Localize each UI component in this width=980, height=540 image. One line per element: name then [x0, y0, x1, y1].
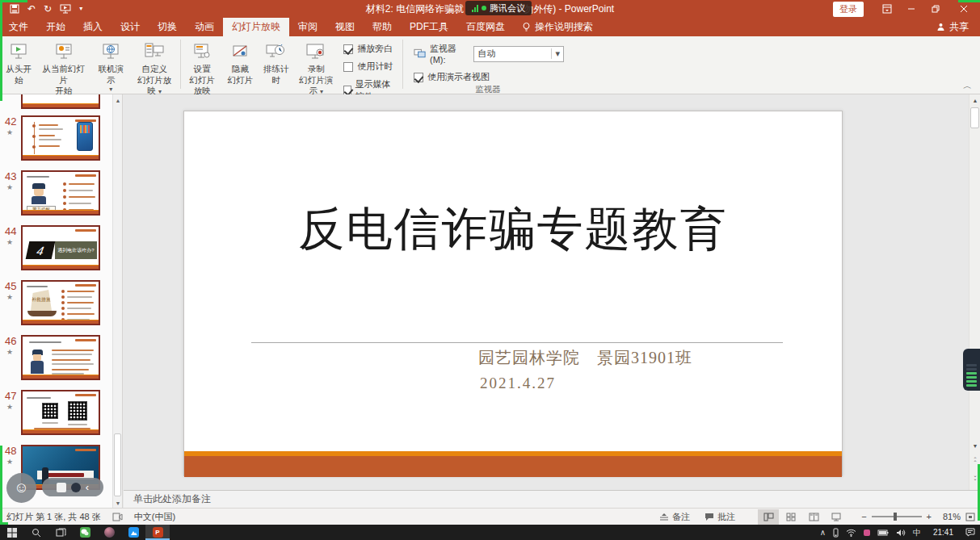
ime-indicator[interactable]: 中	[913, 527, 921, 538]
restore-button[interactable]	[923, 0, 948, 18]
docked-meeting-widget[interactable]	[963, 349, 980, 391]
language-indicator[interactable]: 中文(中国)	[134, 511, 175, 523]
collapse-ribbon-icon[interactable]: ︿	[963, 80, 972, 92]
from-beginning-button[interactable]: 从头开始	[0, 38, 37, 86]
start-slideshow-icon[interactable]	[60, 4, 71, 14]
slide-number: 43	[5, 170, 16, 182]
qat-more-icon[interactable]: ▾	[79, 6, 82, 12]
minimize-button[interactable]	[899, 0, 923, 18]
slide-date[interactable]: 2021.4.27	[480, 375, 556, 392]
smiley-icon: ☺	[14, 479, 28, 496]
save-icon[interactable]	[10, 4, 19, 14]
screen-globe-icon	[101, 40, 120, 64]
banner-text-blob	[47, 473, 84, 477]
powerpoint-app-icon[interactable]: P	[145, 525, 170, 540]
ribbon-display-options-icon[interactable]	[875, 0, 899, 18]
zoom-slider-thumb[interactable]	[894, 513, 897, 521]
notes-toggle-button[interactable]: 备注	[656, 511, 693, 523]
rehearse-timings-button[interactable]: 排练计时	[258, 38, 293, 86]
screen-list-icon	[144, 40, 165, 64]
search-icon[interactable]	[24, 525, 48, 540]
tab-pdf-tools[interactable]: PDF工具	[401, 18, 457, 36]
slideshow-options: 播放旁白 使用计时 显示媒体控件	[339, 38, 402, 103]
custom-slideshow-button[interactable]: 自定义 幻灯片放映 ▾	[129, 38, 179, 97]
presenter-view-checkbox[interactable]: 使用演示者视图	[414, 71, 564, 83]
floating-toolbar[interactable]: ‹	[42, 478, 103, 496]
wifi-icon[interactable]	[846, 529, 856, 537]
normal-view-button[interactable]	[758, 509, 779, 525]
panel-icon[interactable]	[57, 483, 66, 492]
tab-file[interactable]: 文件	[0, 18, 37, 36]
checkbox-checked-icon	[343, 44, 353, 54]
tab-transitions[interactable]: 切换	[149, 18, 186, 36]
tell-me-search[interactable]: 操作说明搜索	[514, 18, 601, 36]
from-current-slide-button[interactable]: 从当前幻灯片 开始	[37, 38, 90, 97]
comments-toggle-button[interactable]: 批注	[701, 511, 738, 523]
wechat-app-icon[interactable]	[73, 525, 97, 540]
close-button[interactable]	[948, 0, 980, 18]
tab-help[interactable]: 帮助	[364, 18, 401, 36]
tab-design[interactable]: 设计	[111, 18, 149, 36]
zoom-in-button[interactable]: +	[927, 512, 932, 521]
zoom-slider[interactable]	[872, 516, 922, 517]
scroll-up-icon[interactable]: ▲	[969, 94, 980, 106]
reading-view-button[interactable]	[803, 509, 824, 525]
netdisk-app-icon[interactable]	[121, 525, 145, 540]
slide-sorter-view-button[interactable]	[780, 509, 801, 525]
slide-title[interactable]: 反电信诈骗专题教育	[184, 199, 842, 261]
present-online-button[interactable]: 联机演示 ▾	[92, 38, 129, 94]
tab-home[interactable]: 开始	[37, 18, 74, 36]
tab-animations[interactable]: 动画	[186, 18, 223, 36]
scroll-down-icon[interactable]: ▼	[113, 497, 123, 509]
slide-subtitle[interactable]: 园艺园林学院 景园31901班	[478, 347, 692, 369]
slideshow-view-button[interactable]	[826, 509, 847, 525]
tab-baidu-netdisk[interactable]: 百度网盘	[457, 18, 514, 36]
action-center-icon[interactable]	[965, 528, 975, 537]
task-view-button[interactable]	[48, 525, 73, 540]
tencent-meeting-widget[interactable]: 腾讯会议	[465, 1, 532, 15]
tab-view[interactable]: 视图	[326, 18, 364, 36]
collapse-left-icon[interactable]: ‹	[86, 482, 89, 492]
accessibility-icon[interactable]	[112, 513, 123, 521]
record-slideshow-button[interactable]: 录制 幻灯片演示 ▾	[293, 38, 339, 97]
app-tray-icon[interactable]	[864, 530, 870, 536]
login-button[interactable]: 登录	[833, 2, 864, 17]
scrollbar-thumb[interactable]	[970, 107, 979, 128]
setup-slideshow-button[interactable]: 设置 幻灯片放映	[182, 38, 222, 97]
redo-icon[interactable]: ↻	[44, 4, 52, 14]
fit-to-window-button[interactable]	[965, 513, 975, 521]
use-timings-checkbox[interactable]: 使用计时	[343, 61, 395, 73]
scrollbar-thumb[interactable]	[114, 433, 121, 496]
avatar-icon[interactable]	[71, 483, 81, 492]
monitor-select[interactable]: 自动 ▾	[473, 46, 564, 62]
scroll-down-icon[interactable]: ▼	[969, 440, 980, 451]
share-button[interactable]: 共享	[925, 18, 980, 36]
zoom-percentage[interactable]: 81%	[936, 512, 961, 521]
floating-emoji-button[interactable]: ☺	[6, 473, 36, 503]
undo-icon[interactable]: ↶	[27, 4, 36, 14]
tab-slideshow[interactable]: 幻灯片放映	[223, 18, 289, 36]
notes-icon	[659, 513, 669, 521]
avatar-app-icon[interactable]	[97, 525, 121, 540]
slide-thumbnail-panel: 42 ★ 43 ★	[0, 94, 123, 509]
start-button[interactable]	[0, 525, 24, 540]
tab-review[interactable]: 审阅	[289, 18, 326, 36]
usb-device-icon[interactable]	[833, 528, 839, 538]
hide-slide-button[interactable]: 隐藏 幻灯片	[222, 38, 258, 86]
tray-expand-icon[interactable]: ∧	[820, 528, 826, 537]
notes-pane[interactable]: 单击此处添加备注	[124, 490, 980, 508]
notes-placeholder[interactable]: 单击此处添加备注	[133, 492, 211, 506]
scroll-up-icon[interactable]: ▲	[113, 94, 123, 106]
current-slide[interactable]: 反电信诈骗专题教育 园艺园林学院 景园31901班 2021.4.27	[183, 111, 843, 476]
speaker-icon[interactable]	[896, 529, 906, 537]
thumbnail-scrollbar[interactable]: ▲ ▼	[112, 94, 122, 509]
part-number: 4	[26, 241, 56, 259]
qr-code	[42, 403, 58, 419]
play-narrations-checkbox[interactable]: 播放旁白	[343, 43, 395, 55]
slide-number: 42	[5, 115, 16, 128]
tab-insert[interactable]: 插入	[74, 18, 111, 36]
battery-icon[interactable]	[877, 530, 889, 536]
vertical-scrollbar[interactable]: ▲ ▼ ⌃⌃ ⌄⌄	[969, 94, 980, 490]
zoom-out-button[interactable]: −	[861, 512, 866, 521]
taskbar-clock[interactable]: 21:41	[928, 528, 958, 537]
